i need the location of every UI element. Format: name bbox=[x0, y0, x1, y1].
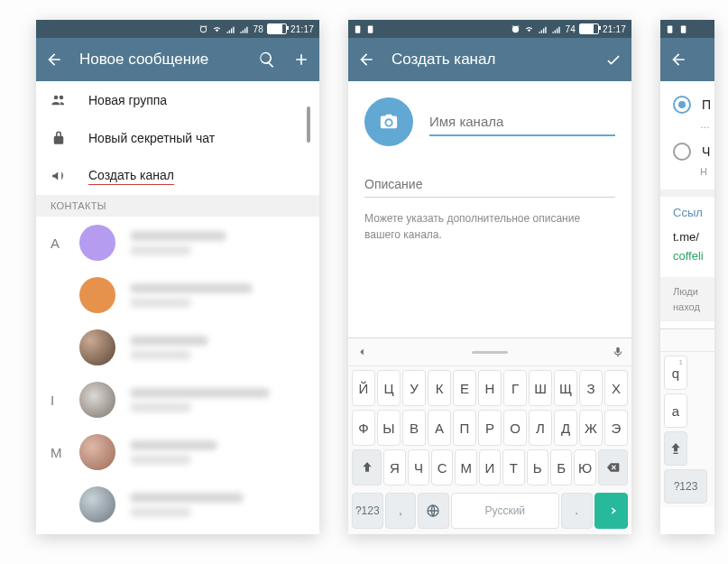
key[interactable]: Г bbox=[503, 370, 527, 406]
key[interactable]: У bbox=[402, 370, 426, 406]
key[interactable]: О bbox=[503, 410, 527, 446]
menu-new-secret[interactable]: Новый секретный чат bbox=[36, 119, 319, 157]
key[interactable]: Щ bbox=[554, 370, 577, 406]
avatar bbox=[79, 225, 115, 261]
back-icon[interactable] bbox=[357, 51, 375, 69]
contact-blurred bbox=[130, 231, 305, 255]
link-name[interactable]: coffeli bbox=[673, 249, 714, 263]
key-numbers[interactable]: ?123 bbox=[664, 469, 707, 504]
key[interactable]: Ш bbox=[529, 370, 552, 406]
index-letter: A bbox=[51, 236, 60, 251]
back-icon[interactable] bbox=[45, 51, 63, 69]
key[interactable]: К bbox=[428, 370, 451, 406]
contact-row[interactable] bbox=[36, 478, 319, 531]
key-period[interactable]: . bbox=[561, 493, 593, 529]
key[interactable]: Ы bbox=[377, 410, 401, 446]
toolbar: Создать канал bbox=[348, 38, 631, 81]
key[interactable]: Ц bbox=[377, 370, 401, 406]
wifi-icon bbox=[524, 24, 534, 34]
key[interactable]: Е bbox=[453, 370, 476, 406]
plus-icon[interactable] bbox=[292, 51, 310, 69]
status-bar: 78 21:17 bbox=[36, 20, 319, 38]
shift-icon bbox=[360, 460, 374, 475]
key-numbers[interactable]: ?123 bbox=[352, 493, 383, 529]
battery-pct: 74 bbox=[565, 24, 576, 34]
key[interactable]: Ж bbox=[579, 410, 603, 446]
megaphone-icon bbox=[51, 168, 67, 184]
channel-desc-input[interactable] bbox=[364, 171, 615, 198]
key[interactable]: Й bbox=[352, 370, 375, 406]
arrow-right-icon bbox=[604, 504, 618, 518]
camera-icon bbox=[379, 112, 399, 132]
key-backspace[interactable] bbox=[598, 449, 628, 485]
radio-private[interactable]: Ч bbox=[673, 143, 714, 161]
menu-new-group[interactable]: Новая группа bbox=[36, 81, 319, 119]
key-space[interactable]: Русский bbox=[451, 493, 559, 529]
sim-icon bbox=[354, 24, 364, 34]
key[interactable]: Б bbox=[550, 449, 572, 485]
mic-icon[interactable] bbox=[612, 346, 624, 358]
key[interactable]: q1 bbox=[664, 356, 687, 390]
globe-icon bbox=[426, 504, 440, 518]
channel-photo-button[interactable] bbox=[364, 97, 413, 146]
section-contacts: КОНТАКТЫ bbox=[36, 195, 319, 217]
key[interactable]: И bbox=[479, 449, 501, 485]
search-icon[interactable] bbox=[258, 51, 276, 69]
key[interactable]: З bbox=[579, 370, 603, 406]
contact-blurred bbox=[130, 388, 305, 412]
screen-create-channel: 74 21:17 Создать канал Можете указать до… bbox=[348, 20, 631, 534]
key-shift[interactable] bbox=[664, 431, 687, 466]
contact-row[interactable] bbox=[36, 531, 319, 534]
key[interactable]: Я bbox=[383, 449, 405, 485]
contact-row[interactable]: A bbox=[36, 217, 319, 269]
svg-rect-3 bbox=[668, 25, 673, 32]
key-shift[interactable] bbox=[352, 449, 382, 485]
clock: 21:17 bbox=[603, 24, 626, 34]
link-header: Ссыл bbox=[673, 206, 714, 219]
battery-icon bbox=[267, 23, 287, 34]
key[interactable]: Ф bbox=[352, 410, 375, 446]
contact-row[interactable] bbox=[36, 321, 319, 374]
key[interactable]: М bbox=[455, 449, 476, 485]
radio-label: Ч bbox=[702, 144, 710, 159]
key-go[interactable] bbox=[594, 493, 629, 529]
key[interactable]: Д bbox=[554, 410, 577, 446]
alarm-icon bbox=[198, 24, 208, 34]
check-icon[interactable] bbox=[604, 51, 622, 69]
key[interactable]: Ч bbox=[408, 449, 429, 485]
scrollbar[interactable] bbox=[307, 106, 310, 143]
menu-create-channel[interactable]: Создать канал bbox=[36, 157, 319, 195]
chevron-left-icon[interactable] bbox=[355, 346, 368, 358]
sim-icon-2 bbox=[366, 24, 376, 34]
radio-public[interactable]: П bbox=[673, 96, 714, 114]
keyboard[interactable]: q1 a ?123 bbox=[660, 328, 714, 507]
contact-blurred bbox=[130, 336, 305, 360]
menu-label: Создать канал bbox=[88, 168, 174, 185]
key[interactable]: Н bbox=[478, 370, 502, 406]
contact-row[interactable]: I bbox=[36, 374, 319, 426]
key[interactable]: Р bbox=[478, 410, 502, 446]
key[interactable]: Ю bbox=[574, 449, 595, 485]
key[interactable]: А bbox=[428, 410, 451, 446]
contact-list[interactable]: A I M bbox=[36, 217, 319, 534]
contact-row[interactable] bbox=[36, 269, 319, 321]
key[interactable]: Л bbox=[529, 410, 552, 446]
key-comma[interactable]: , bbox=[385, 493, 417, 529]
link-note: Людинаход bbox=[660, 277, 714, 321]
key[interactable]: В bbox=[402, 410, 426, 446]
key[interactable]: a bbox=[664, 393, 687, 428]
contact-row[interactable]: M bbox=[36, 426, 319, 478]
key[interactable]: С bbox=[431, 449, 453, 485]
key[interactable]: Т bbox=[502, 449, 524, 485]
key[interactable]: Х bbox=[604, 370, 628, 406]
key-lang[interactable] bbox=[418, 493, 449, 529]
keyboard[interactable]: ЙЦУКЕНГШЩЗХФЫВАПРОЛДЖЭЯЧСМИТЬБЮ ?123 , Р… bbox=[348, 337, 631, 534]
back-icon[interactable] bbox=[669, 51, 687, 69]
signal-icon-2 bbox=[551, 24, 561, 34]
page-title: Новое сообщение bbox=[79, 51, 242, 69]
channel-name-input[interactable] bbox=[429, 108, 615, 136]
key[interactable]: Э bbox=[604, 410, 628, 446]
key[interactable]: П bbox=[453, 410, 476, 446]
page-title: Создать канал bbox=[392, 51, 588, 69]
key[interactable]: Ь bbox=[527, 449, 548, 485]
